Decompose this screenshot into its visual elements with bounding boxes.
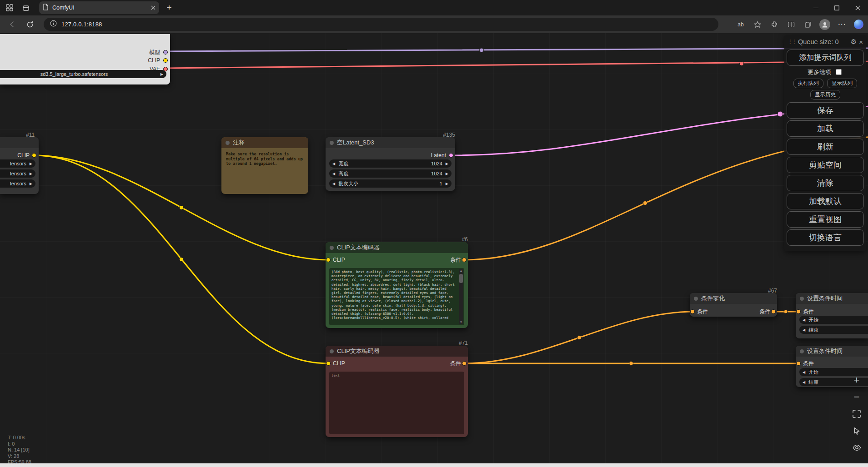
site-info-icon[interactable] [50,20,57,29]
node-title[interactable] [0,137,39,148]
clip-output-slot[interactable] [32,153,36,158]
drag-handle-icon[interactable]: ⋮⋮ [788,39,796,45]
next-value-icon[interactable]: ▶ [161,72,163,76]
next-value-icon[interactable]: ▶ [30,182,32,186]
url-text[interactable]: 127.0.0.1:8188 [61,21,102,28]
collapse-dot-icon[interactable] [330,246,334,250]
queue-front-button[interactable]: 执行队列 [793,79,823,88]
clip-name3-widget[interactable]: tensors ▶ [0,179,35,188]
workspaces-icon[interactable] [3,2,16,14]
increment-icon[interactable]: ▶ [446,182,448,186]
node-clip-loader[interactable]: CLIP tensors ▶ tensors ▶ tensors ▶ [0,137,39,194]
node-conditioning-zero-out[interactable]: 条件零化 条件 条件 [690,293,777,317]
browser-tab-comfyui[interactable]: ComfyUI [39,1,159,14]
collapse-dot-icon[interactable] [226,141,230,145]
settings-gear-icon[interactable]: ⚙ [851,38,857,46]
decrement-icon[interactable]: ◀ [332,162,335,166]
node-note[interactable]: 注释 Make sure the resolution is multiple … [221,137,308,194]
cond-output-slot[interactable] [462,258,467,262]
node-title[interactable]: 空Latent_SD3 [326,137,455,148]
load-button[interactable]: 加载 [787,120,864,137]
extensions-icon[interactable] [768,18,781,31]
extra-options-checkbox[interactable] [836,69,842,75]
load-default-button[interactable]: 加载默认 [787,193,864,209]
collapse-dot-icon[interactable] [330,141,334,145]
decrement-icon[interactable]: ◀ [332,172,335,176]
next-value-icon[interactable]: ▶ [30,162,32,166]
maximize-button[interactable] [826,0,847,15]
view-history-button[interactable]: 显示历史 [810,90,840,99]
zoom-in-button[interactable]: + [851,375,862,386]
textarea-scrollbar[interactable]: ▲ ▼ [459,269,463,324]
address-bar[interactable]: 127.0.0.1:8188 [44,18,718,31]
node-empty-latent[interactable]: 空Latent_SD3 Latent ◀ 宽度 1024 ▶ ◀ 高度 1024… [326,137,455,191]
end-widget[interactable]: ◀ 结束 [799,326,868,334]
toggle-visibility-eye-button[interactable] [851,442,862,453]
increment-icon[interactable]: ▶ [446,162,448,166]
refresh-button[interactable]: 刷新 [787,139,864,155]
scroll-down-icon[interactable]: ▼ [459,320,463,324]
cond-output-slot[interactable] [462,361,467,366]
collapse-dot-icon[interactable] [800,297,804,301]
collapse-dot-icon[interactable] [694,297,698,301]
tab-close-icon[interactable] [151,5,156,10]
collapse-dot-icon[interactable] [330,349,334,353]
node-title[interactable]: 条件零化 [690,293,777,304]
clip-output-slot[interactable] [163,58,168,63]
reset-view-button[interactable]: 重置视图 [787,211,864,228]
node-checkpoint-loader[interactable]: 模型 CLIP VAE ◀ sd3.5_large_turbo.safetens… [0,34,170,84]
node-set-cond-range-top[interactable]: 设置条件时间 条件 ◀ 开始 ◀ 结束 [796,293,868,338]
profile-avatar[interactable] [818,18,832,31]
decrement-icon[interactable]: ◀ [803,318,805,322]
node-clip-text-encode-negative[interactable]: CLIP文本编码器 CLIP 条件 text [326,346,468,437]
clip-input-slot[interactable] [326,258,331,262]
scroll-thumb[interactable] [459,274,463,283]
collapse-dot-icon[interactable] [800,349,804,353]
batch-size-widget[interactable]: ◀ 批次大小 1 ▶ [329,179,452,188]
clear-button[interactable]: 清除 [787,175,864,191]
tab-actions-icon[interactable] [19,2,33,14]
node-title[interactable]: 设置条件时间 [796,293,868,304]
prompt-textarea[interactable]: text [329,372,464,434]
clip-name1-widget[interactable]: tensors ▶ [0,159,35,168]
fit-view-button[interactable] [851,408,862,419]
decrement-icon[interactable]: ◀ [803,380,805,384]
switch-locale-button[interactable]: 切换语言 [787,229,864,246]
copilot-icon[interactable] [852,18,865,31]
node-title[interactable]: CLIP文本编码器 [326,242,468,253]
scroll-up-icon[interactable]: ▲ [459,269,463,273]
close-button[interactable] [847,0,868,15]
translate-icon[interactable]: ab [734,18,748,31]
height-widget[interactable]: ◀ 高度 1024 ▶ [329,169,452,178]
collections-icon[interactable] [801,18,815,31]
decrement-icon[interactable]: ◀ [803,370,805,374]
clip-input-slot[interactable] [326,361,331,366]
clip-name2-widget[interactable]: tensors ▶ [0,169,35,178]
more-menu-icon[interactable]: ⋯ [835,18,848,31]
split-screen-icon[interactable] [784,18,798,31]
cond-input-slot[interactable] [796,309,801,314]
next-value-icon[interactable]: ▶ [30,172,32,176]
refresh-icon[interactable] [23,17,37,32]
minimize-button[interactable] [805,0,826,15]
comfyui-canvas[interactable]: #11 #135 #6 #71 #67 模型 CLIP VAE ◀ sd3.5_… [0,33,868,463]
zoom-out-button[interactable]: − [851,392,862,402]
cond-input-slot[interactable] [796,361,801,366]
select-cursor-button[interactable] [851,425,862,436]
start-widget[interactable]: ◀ 开始 [799,316,868,324]
decrement-icon[interactable]: ◀ [332,182,335,186]
note-text[interactable]: Make sure the resolution is multiple of … [226,152,304,190]
model-output-slot[interactable] [163,50,168,55]
back-icon[interactable] [5,17,19,32]
ckpt-name-widget[interactable]: ◀ sd3.5_large_turbo.safetensors ▶ [0,70,166,78]
increment-icon[interactable]: ▶ [446,172,448,176]
cond-output-slot[interactable] [771,309,776,314]
node-clip-text-encode-positive[interactable]: CLIP文本编码器 CLIP 条件 (RAW photo, best quali… [326,242,468,328]
favorites-star-icon[interactable] [751,18,764,31]
view-queue-button[interactable]: 显示队列 [827,79,857,88]
node-title[interactable]: CLIP文本编码器 [326,346,468,357]
new-tab-button[interactable]: + [163,1,176,14]
width-widget[interactable]: ◀ 宽度 1024 ▶ [329,159,452,168]
cond-input-slot[interactable] [690,309,695,314]
panel-close-icon[interactable]: × [859,38,863,46]
